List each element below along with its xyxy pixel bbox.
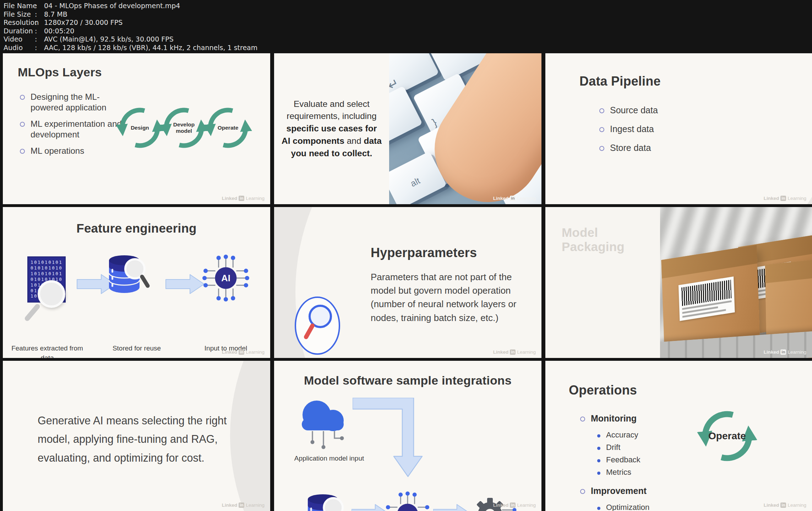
sub-item: Metrics [606, 468, 631, 477]
frame-mlops-layers: MLOps Layers Designing the ML-powered ap… [3, 53, 270, 204]
svg-text:AI: AI [403, 510, 412, 511]
title-panel: Model Packaging [545, 207, 660, 358]
meta-row: Duration:00:05:20 [4, 27, 257, 36]
cycle-label: Develop model [165, 121, 202, 134]
meta-row: File Size:8.7 MB [4, 10, 257, 19]
barcode-label [679, 276, 735, 321]
bullet-ring-icon [20, 122, 25, 127]
cycle-label: Operate [209, 125, 246, 131]
rag-database-icon [307, 494, 348, 511]
meta-row: File Name:04 - MLOps Phases of developme… [4, 2, 257, 10]
slide-title: Data Pipeline [579, 74, 661, 89]
ai-chip-icon: AI [202, 255, 249, 301]
slide-body-text: Generative AI means selecting the right … [38, 411, 242, 467]
boxes-photo: ♻ ☂ LinkedinLearning [660, 207, 812, 358]
bullet-item: Source data [610, 105, 658, 115]
meta-label: File Size [4, 10, 35, 19]
sub-bullet-list: Accuracy Drift Feedback Metrics [597, 430, 641, 477]
ai-chip-icon: AI [385, 491, 430, 511]
keyboard-photo: ↵ ç } Requirements specification alt Lin… [389, 53, 541, 204]
step-label: Stored for reuse [96, 344, 178, 353]
meta-row: Audio:AAC, 128 kb/s / 128 kb/s (VBR), 44… [4, 44, 257, 52]
bullet-list: Monitoring [580, 413, 637, 424]
meta-label: Resolution [4, 18, 35, 27]
frame-requirements: Evaluate and select requirements, includ… [274, 53, 541, 204]
bullet-ring-icon [599, 146, 604, 151]
linkedin-learning-watermark: LinkedinLearning [493, 196, 536, 201]
bullet-ring-icon [580, 417, 585, 422]
meta-value: 04 - MLOps Phases of development.mp4 [44, 2, 180, 10]
linkedin-badge-icon: in [780, 502, 786, 508]
magnifier-lens-icon [38, 280, 65, 308]
bullet-ring-icon [599, 108, 604, 113]
sub-bullet-list: Optimization Retraining [597, 503, 649, 511]
linkedin-badge-icon: in [510, 196, 516, 201]
step-label: Features extracted from data [6, 344, 88, 358]
magnifier-badge-icon [293, 294, 343, 357]
meta-label: Duration [4, 27, 35, 36]
bullet-ring-icon [20, 149, 25, 154]
meta-row: Resolution:1280x720 / 30.000 FPS [4, 18, 257, 27]
linkedin-badge-icon: in [780, 196, 786, 201]
right-arrow-icon [165, 274, 205, 294]
bullet-item: Store data [610, 143, 651, 153]
frame-generative-ai: Generative AI means selecting the right … [3, 361, 270, 511]
linkedin-badge-icon: in [780, 349, 786, 355]
bullet-item: Ingest data [610, 124, 654, 134]
frame-feature-engineering: Feature engineering 101010101 010101010 … [3, 207, 270, 358]
linkedin-badge-icon: in [510, 349, 516, 355]
media-info-header: File Name:04 - MLOps Phases of developme… [4, 2, 257, 52]
brace-key-glyph: } [430, 116, 438, 129]
linkedin-badge-icon: in [239, 196, 244, 201]
meta-label: Video [4, 35, 35, 44]
linkedin-learning-watermark: LinkedinLearning [493, 349, 536, 355]
section-label: Improvement [591, 486, 647, 496]
thumbnail-grid: MLOps Layers Designing the ML-powered ap… [3, 53, 812, 511]
meta-value: AAC, 128 kb/s / 128 kb/s (VBR), 44.1 kHz… [44, 44, 257, 52]
bullet-ring-icon [599, 127, 604, 132]
bullet-ring-icon [580, 489, 585, 494]
requirements-text: Evaluate and select requirements, includ… [281, 98, 382, 160]
frame-data-pipeline: Data Pipeline Source data Ingest data St… [545, 53, 812, 204]
meta-value: 1280x720 / 30.000 FPS [44, 18, 122, 27]
linkedin-badge-icon: in [510, 502, 516, 508]
bullet-item: Designing the ML-powered application [31, 92, 126, 113]
frame-integrations: Model software sample integrations Appli… [274, 361, 541, 511]
operate-cycle-diagram: Operate [694, 403, 761, 469]
bullet-list: Source data Ingest data Store data [599, 105, 658, 153]
slide-title: Model software sample integrations [274, 374, 541, 387]
bullet-dot-icon [597, 447, 600, 450]
lifecycle-diagram: Design Develop model Operate [116, 97, 255, 159]
cycle-label: Operate [694, 403, 761, 469]
linkedin-learning-watermark: LinkedinLearning [222, 502, 265, 508]
linkedin-badge-icon: in [239, 349, 244, 355]
frame-hyperparameters: Hyperparameters Parameters that are not … [274, 207, 541, 358]
sub-item: Feedback [606, 455, 641, 464]
bullet-ring-icon [20, 95, 25, 100]
bullet-dot-icon [597, 472, 600, 475]
cycle-label: Design [121, 125, 158, 131]
meta-label: File Name [4, 2, 35, 10]
linkedin-learning-watermark: LinkedinLearning [764, 196, 806, 201]
section-label: Monitoring [591, 413, 637, 424]
bullet-dot-icon [597, 434, 600, 437]
slide-title: Model Packaging [562, 225, 660, 254]
slide-title: Hyperparameters [371, 245, 477, 260]
frame-model-packaging: Model Packaging ♻ ☂ LinkedinLearning [545, 207, 812, 358]
svg-text:AI: AI [221, 273, 230, 283]
meta-value: 00:05:20 [44, 27, 74, 36]
bullet-list: Designing the ML-powered application ML … [20, 92, 126, 156]
right-arrow-icon [433, 504, 472, 511]
meta-row: Video:AVC (Main@L4), 92.5 kb/s, 30.000 F… [4, 35, 257, 44]
slide-body-text: Parameters that are not part of the mode… [371, 270, 523, 325]
sub-item: Accuracy [606, 430, 638, 440]
meta-label: Audio [4, 44, 35, 52]
right-arrow-icon [351, 504, 390, 511]
linkedin-learning-watermark: LinkedinLearning [764, 502, 806, 508]
slide-title: Operations [569, 383, 637, 398]
slide-title: Feature engineering [3, 221, 270, 235]
linkedin-learning-watermark: LinkedinLearning [764, 349, 806, 355]
bullet-item: ML operations [31, 146, 84, 156]
agentic-controller-gear-icon [469, 493, 522, 511]
linkedin-learning-watermark: LinkedinLearning [222, 196, 265, 201]
